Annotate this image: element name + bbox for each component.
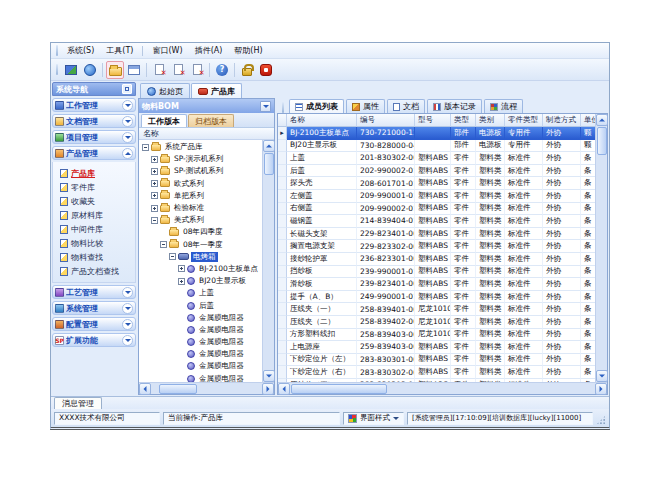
tree-node[interactable]: 08年四季度 xyxy=(139,226,262,238)
tree-node[interactable]: 金属膜电阻器 xyxy=(139,348,262,360)
table-row[interactable]: BJ-2100主板单点730-721000-12X部件电源板专用件外协颗 xyxy=(278,127,595,140)
panel-tab[interactable]: 文档 xyxy=(387,99,425,113)
sidebar-item[interactable]: 中间件库 xyxy=(60,222,133,236)
scroll-down-icon[interactable] xyxy=(596,370,608,382)
tree-node[interactable]: BJ20主显示板 xyxy=(139,275,262,287)
chevron-down-icon[interactable] xyxy=(122,100,133,111)
table-row[interactable]: 磁钢盖214-839404-01X塑料ABS零件塑料类标准件外协条 xyxy=(278,215,595,228)
tree-node[interactable]: 后盖 xyxy=(139,299,262,311)
version-tab[interactable]: 工作版本 xyxy=(141,114,187,127)
table-row[interactable]: 压线夹（二）258-839402-00X尼龙1010零件塑料类标准件外协条 xyxy=(278,316,595,329)
tree-hscroll-track[interactable] xyxy=(198,383,262,394)
sidebar-item[interactable]: 产品库 xyxy=(60,166,133,180)
column-header[interactable]: 编号 xyxy=(357,114,415,127)
table-hscroll-thumb[interactable] xyxy=(291,384,387,394)
sidebar-group-3[interactable]: 项目管理 xyxy=(52,130,136,144)
column-header[interactable]: 类别 xyxy=(476,114,505,127)
workspace-button[interactable] xyxy=(62,61,80,79)
column-header[interactable]: 名称 xyxy=(287,114,357,127)
panel-tab[interactable]: 成员列表 xyxy=(289,99,344,113)
scroll-right-icon[interactable] xyxy=(262,383,274,395)
document-tab[interactable]: 产品库 xyxy=(191,83,242,98)
collapse-icon[interactable] xyxy=(151,217,158,224)
table-row[interactable]: 探头壳208-601701-01X塑料ABS零件塑料类标准件外协条 xyxy=(278,177,595,190)
menu-item-2[interactable]: 工具(T) xyxy=(100,44,139,57)
window-list-button[interactable] xyxy=(125,61,143,79)
tree-hscroll-thumb[interactable] xyxy=(159,384,197,394)
expand-icon[interactable] xyxy=(178,278,185,285)
menu-item-5[interactable]: 帮助(H) xyxy=(228,44,268,57)
table-row[interactable]: 搁置电源支架229-823302-00X塑料ABS零件塑料类标准件外协条 xyxy=(278,240,595,253)
tree-node[interactable]: 欧式系列 xyxy=(139,178,262,190)
sidebar-item[interactable]: 原材料库 xyxy=(60,208,133,222)
sidebar-group-5[interactable]: 工艺管理 xyxy=(52,285,136,299)
table-row[interactable]: 左侧盖209-990001-01X塑料ABS零件塑料类标准件外协条 xyxy=(278,190,595,203)
collapse-icon[interactable] xyxy=(169,253,176,260)
resize-grip[interactable] xyxy=(596,415,606,425)
table-row[interactable]: 上电源座259-839403-00X塑料ABS零件塑料类标准件外协条 xyxy=(278,341,595,354)
menu-item-3[interactable]: 窗口(W) xyxy=(146,44,188,57)
ui-style-selector[interactable]: 界面样式 xyxy=(343,412,404,425)
close-document-button[interactable] xyxy=(150,61,168,79)
tree-node[interactable]: 电烤箱 xyxy=(139,251,262,263)
table-horizontal-scrollbar[interactable] xyxy=(278,382,607,394)
scroll-right-icon[interactable] xyxy=(595,383,607,395)
panel-tab[interactable]: 版本记录 xyxy=(427,99,482,113)
expand-icon[interactable] xyxy=(151,180,158,187)
column-header[interactable]: 型号 xyxy=(415,114,451,127)
table-vscroll-thumb[interactable] xyxy=(597,127,607,155)
table-row[interactable]: 滑纱板239-823401-00X塑料ABS零件塑料类标准件外协条 xyxy=(278,278,595,291)
table-row[interactable]: 提手（A、B）249-990001-01X塑料ABS零件塑料类标准件外协条 xyxy=(278,291,595,304)
panel-tab[interactable]: 流程 xyxy=(484,99,523,113)
toolbar-drag-handle[interactable] xyxy=(56,64,58,75)
chevron-up-icon[interactable] xyxy=(122,148,133,159)
column-header[interactable]: 零件类型 xyxy=(505,114,543,127)
menubar-drag-handle[interactable] xyxy=(56,45,58,56)
message-manager-tab[interactable]: 消息管理 xyxy=(54,397,102,409)
sidebar-item[interactable]: 收藏夹 xyxy=(60,194,133,208)
table-row[interactable]: BJ20主显示板730-828000-04X部件电源板专用件外协颗 xyxy=(278,140,595,153)
chevron-down-icon[interactable] xyxy=(122,116,133,127)
tree-node[interactable]: 金属膜电阻器 xyxy=(139,324,262,336)
table-vscroll-track[interactable] xyxy=(596,156,607,370)
table-row[interactable]: 后盖202-990002-01X塑料ABS零件塑料类标准件外协条 xyxy=(278,165,595,178)
scroll-left-icon[interactable] xyxy=(139,383,151,395)
sidebar-item[interactable]: 物料比较 xyxy=(60,236,133,250)
collapse-icon[interactable] xyxy=(142,144,149,151)
browser-button[interactable] xyxy=(81,61,99,79)
table-row[interactable]: 接纱轮护罩236-823301-00X塑料ABS零件塑料类标准件外协条 xyxy=(278,253,595,266)
sidebar-item[interactable]: 零件库 xyxy=(60,180,133,194)
tree-node[interactable]: 金属膜电阻器 xyxy=(139,336,262,348)
sidebar-group-4[interactable]: 产品管理 xyxy=(52,146,136,160)
expand-icon[interactable] xyxy=(178,265,185,272)
tree-node[interactable]: 系统产品库 xyxy=(139,141,262,153)
table-row[interactable]: 挡纱板239-990001-01X塑料ABS零件塑料类标准件外协条 xyxy=(278,266,595,279)
scroll-left-icon[interactable] xyxy=(278,383,290,395)
table-row[interactable]: 右侧盖209-990002-01X塑料ABS零件塑料类标准件外协条 xyxy=(278,203,595,216)
table-hscroll-track[interactable] xyxy=(388,383,595,394)
tree-vertical-scrollbar[interactable] xyxy=(262,140,274,382)
chevron-down-icon[interactable] xyxy=(122,303,133,314)
column-header[interactable]: 类型 xyxy=(451,114,476,127)
tree-vscroll-track[interactable] xyxy=(263,176,274,370)
chevron-down-icon[interactable] xyxy=(122,319,133,330)
table-row[interactable]: 方形塑料线扣258-839403-00X尼龙1010零件塑料类标准件外协条 xyxy=(278,329,595,342)
sidebar-group-1[interactable]: 工作管理 xyxy=(52,98,136,112)
close-all-button[interactable] xyxy=(188,61,206,79)
column-header[interactable]: 制造方式 xyxy=(543,114,581,127)
tree-horizontal-scrollbar[interactable] xyxy=(139,382,274,394)
sidebar-item[interactable]: 产品文档查找 xyxy=(60,264,133,278)
tree-node[interactable]: 08年一季度 xyxy=(139,239,262,251)
scroll-up-icon[interactable] xyxy=(263,140,275,152)
table-row[interactable]: 下纱定位片（左）283-830301-00X塑料ABS零件塑料类标准件外协条 xyxy=(278,354,595,367)
tree-node[interactable]: 检验标准 xyxy=(139,202,262,214)
tree-node[interactable]: 单把系列 xyxy=(139,190,262,202)
expand-icon[interactable] xyxy=(151,156,158,163)
tree-node[interactable]: 上盖 xyxy=(139,287,262,299)
sidebar-item[interactable]: 物料查找 xyxy=(60,250,133,264)
chevron-down-icon[interactable] xyxy=(122,287,133,298)
chevron-down-icon[interactable] xyxy=(122,132,133,143)
panel-tab[interactable]: 属性 xyxy=(346,99,385,113)
tree-node[interactable]: SP-测试机系列 xyxy=(139,165,262,177)
lock-button[interactable] xyxy=(238,61,256,79)
